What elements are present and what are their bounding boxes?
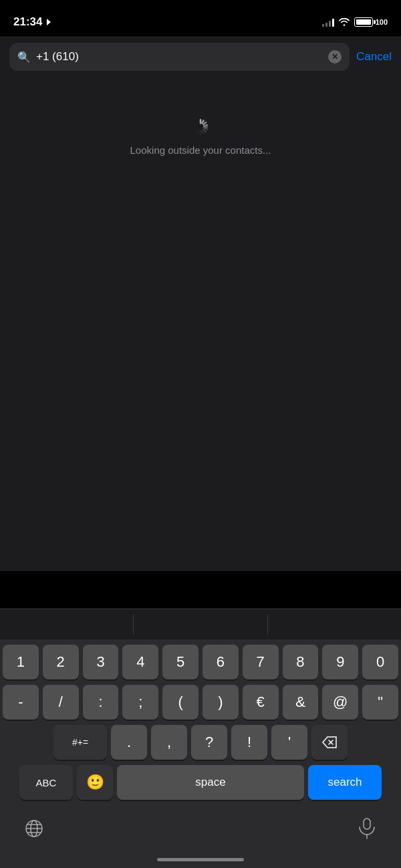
svg-line-2 bbox=[204, 122, 207, 124]
key-7[interactable]: 7 bbox=[243, 645, 279, 679]
key-hashtag-toggle[interactable]: #+= bbox=[53, 725, 107, 760]
loading-message: Looking outside your contacts... bbox=[130, 144, 271, 156]
cancel-button[interactable]: Cancel bbox=[356, 50, 392, 64]
special-row: #+= . , ? ! ' bbox=[3, 725, 398, 760]
loading-area: Looking outside your contacts... bbox=[0, 78, 401, 156]
svg-line-7 bbox=[202, 131, 203, 134]
svg-line-3 bbox=[205, 125, 208, 126]
app-content: 🔍 +1 (610) ✕ Cancel bbox=[0, 36, 401, 571]
key-period[interactable]: . bbox=[111, 725, 147, 760]
status-icons: 100 bbox=[322, 17, 388, 27]
key-1[interactable]: 1 bbox=[3, 645, 39, 679]
key-6[interactable]: 6 bbox=[203, 645, 239, 679]
key-8[interactable]: 8 bbox=[283, 645, 319, 679]
keyboard-rows: 1 2 3 4 5 6 7 8 9 0 - / : ; ( ) € & @ " … bbox=[0, 639, 401, 808]
wifi-icon bbox=[338, 17, 350, 27]
key-comma[interactable]: , bbox=[151, 725, 187, 760]
key-semicolon[interactable]: ; bbox=[122, 685, 158, 720]
status-time: 21:34 bbox=[13, 15, 51, 29]
search-key[interactable]: search bbox=[308, 765, 382, 800]
key-question[interactable]: ? bbox=[191, 725, 227, 760]
delete-key[interactable] bbox=[311, 725, 348, 760]
key-2[interactable]: 2 bbox=[43, 645, 79, 679]
search-bar: 🔍 +1 (610) ✕ Cancel bbox=[0, 36, 401, 78]
key-0[interactable]: 0 bbox=[362, 645, 398, 679]
key-euro[interactable]: € bbox=[243, 685, 279, 720]
keyboard[interactable]: 1 2 3 4 5 6 7 8 9 0 - / : ; ( ) € & @ " … bbox=[0, 609, 401, 868]
svg-line-10 bbox=[195, 130, 198, 132]
svg-rect-19 bbox=[364, 819, 370, 829]
key-close-paren[interactable]: ) bbox=[203, 685, 239, 720]
battery-icon: 100 bbox=[354, 17, 388, 27]
microphone-icon[interactable] bbox=[352, 813, 382, 844]
svg-line-11 bbox=[194, 128, 197, 130]
keyboard-divider bbox=[0, 609, 401, 639]
search-input-wrapper[interactable]: 🔍 +1 (610) ✕ bbox=[9, 43, 350, 71]
globe-icon[interactable] bbox=[19, 813, 49, 844]
home-indicator bbox=[157, 858, 244, 861]
key-colon[interactable]: : bbox=[83, 685, 119, 720]
clear-search-button[interactable]: ✕ bbox=[328, 50, 342, 64]
divider-line-right bbox=[267, 615, 268, 635]
svg-line-6 bbox=[204, 130, 207, 132]
key-slash[interactable]: / bbox=[43, 685, 79, 720]
svg-line-1 bbox=[202, 120, 203, 123]
emoji-key[interactable]: 🙂 bbox=[77, 765, 113, 800]
key-5[interactable]: 5 bbox=[162, 645, 198, 679]
key-4[interactable]: 4 bbox=[122, 645, 158, 679]
key-dash[interactable]: - bbox=[3, 685, 39, 720]
status-bar: 21:34 100 bbox=[0, 0, 401, 36]
search-query-text: +1 (610) bbox=[36, 50, 323, 64]
search-icon: 🔍 bbox=[17, 51, 31, 64]
key-exclamation[interactable]: ! bbox=[231, 725, 267, 760]
key-at[interactable]: @ bbox=[322, 685, 358, 720]
loading-spinner bbox=[191, 118, 210, 136]
key-3[interactable]: 3 bbox=[83, 645, 119, 679]
location-arrow-icon bbox=[47, 19, 51, 25]
svg-line-5 bbox=[205, 128, 208, 130]
key-ampersand[interactable]: & bbox=[283, 685, 319, 720]
symbol-row: - / : ; ( ) € & @ " bbox=[3, 685, 398, 720]
key-quote[interactable]: " bbox=[362, 685, 398, 720]
svg-line-9 bbox=[198, 131, 199, 134]
signal-icon bbox=[322, 17, 334, 27]
divider-line-left bbox=[133, 615, 134, 635]
key-apostrophe[interactable]: ' bbox=[271, 725, 307, 760]
space-key[interactable]: space bbox=[117, 765, 304, 800]
key-9[interactable]: 9 bbox=[322, 645, 358, 679]
bottom-key-row: ABC 🙂 space search bbox=[3, 765, 398, 800]
number-row: 1 2 3 4 5 6 7 8 9 0 bbox=[3, 645, 398, 679]
key-open-paren[interactable]: ( bbox=[162, 685, 198, 720]
abc-key[interactable]: ABC bbox=[19, 765, 73, 800]
